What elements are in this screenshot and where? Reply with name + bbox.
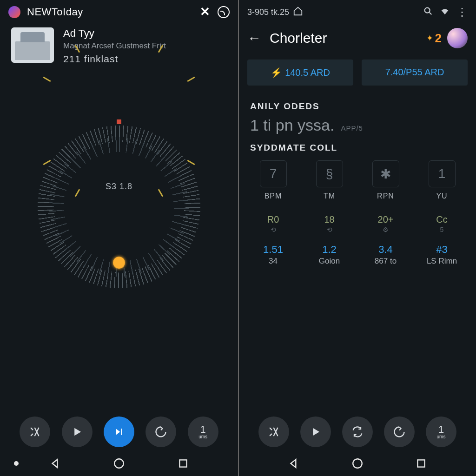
stat-label: YU [416,192,468,200]
timer-value: 1 [200,424,206,435]
nav-back-button[interactable] [46,455,64,472]
nav-recents-button[interactable] [174,455,192,472]
svg-rect-1 [179,460,186,467]
home-status-icon [293,6,303,19]
stat-box: 7 [260,160,287,187]
repeat-button[interactable] [145,416,176,447]
stat-rpn[interactable]: ✱ RPN [360,160,411,200]
stat-label: TM [304,192,355,200]
pill-primary[interactable]: ⚡140.5 ARD [247,60,353,86]
more-icon[interactable]: ⋮ [456,6,468,19]
header-badge: 2 [435,31,442,46]
section-syddmate: SYDDMATE COLL [239,136,476,155]
playback-controls: 1 ums [0,416,238,447]
stat-tm[interactable]: § TM [304,160,355,200]
cell[interactable]: 1.2Goion [304,244,355,266]
play-button[interactable] [62,416,93,447]
stat-yu[interactable]: 1 YU [416,160,468,200]
section-heading-2: SYDDMATE COLL [250,143,465,153]
avatar[interactable] [447,28,468,48]
now-playing-card[interactable]: Ad Tyy Magnat Arcsef Gustmest Frirt 211 … [0,21,238,71]
section-value: 1 ti pn yssa. [250,116,334,134]
screen-left: NEWToIday ✕ Ad Tyy Magnat Arcsef Gustmes… [0,0,238,476]
shuffle-button[interactable] [258,416,289,447]
svg-rect-4 [417,460,424,467]
stat-bpm[interactable]: 7 BPM [247,160,299,200]
screen-right: 3-905 tk.25 ⋮ ← Chorleter ✦ 2 ⚡140.5 ARD… [238,0,476,476]
back-arrow-icon[interactable]: ← [247,30,261,46]
left-status-bar: NEWToIday ✕ [0,0,238,21]
page-title: Chorleter [270,30,426,46]
repeat-button[interactable] [384,416,415,447]
status-time: 3-905 tk.25 [247,7,289,17]
close-icon[interactable]: ✕ [200,5,210,19]
dial-center-label: S3 1.8 [106,181,132,191]
section-heading: ANILY ODEDS [250,101,465,112]
cell[interactable]: Cc5 [416,214,468,233]
pill-primary-label: 140.5 ARD [285,67,330,78]
star-icon: ✦ [426,33,433,43]
pill-row: ⚡140.5 ARD 7.40/P55 ARD [239,55,476,95]
bolt-icon: ⚡ [271,67,282,78]
stat-box: 1 [429,160,456,187]
left-status-title: NEWToIday [27,6,83,18]
cast-icon[interactable] [218,6,230,18]
timer-button[interactable]: 1 ums [188,416,218,447]
right-system-nav [239,451,476,476]
data-row-2: R0⟲ 18⟲ 20+⚙ Cc5 [239,206,476,235]
timer-value: 1 [438,424,444,435]
play-button[interactable] [300,416,331,447]
cell[interactable]: 1.5134 [247,244,299,266]
pill-secondary-label: 7.40/P55 ARD [385,67,444,77]
left-system-nav [0,451,238,476]
stat-row: 7 BPM § TM ✱ RPN 1 YU [239,155,476,206]
cell[interactable]: R0⟲ [247,214,299,233]
shuffle-button[interactable] [20,416,50,447]
cell[interactable]: 18⟲ [304,214,355,233]
timer-unit: ums [198,435,207,439]
stat-box: ✱ [372,160,399,187]
sync-button[interactable] [342,416,373,447]
stat-box: § [316,160,343,187]
svg-point-0 [114,459,124,468]
stat-label: BPM [247,192,299,200]
nav-back-button[interactable] [285,455,303,472]
skip-button[interactable] [104,416,134,447]
sun-icon [113,257,125,269]
section-anily: ANILY ODEDS 1 ti pn yssa. APP/5 [239,95,476,136]
dial-marker-icon [117,119,121,124]
svg-point-2 [425,7,430,13]
timer-button[interactable]: 1 ums [426,416,456,447]
cell[interactable]: 20+⚙ [360,214,411,233]
stat-label: RPN [360,192,411,200]
wifi-icon [440,6,450,19]
search-icon[interactable] [423,6,433,19]
page-header: ← Chorleter ✦ 2 [239,21,476,55]
section-tag: APP/5 [341,124,363,132]
nav-home-button[interactable] [110,455,128,472]
cell[interactable]: 3.4867 to [360,244,411,266]
svg-point-3 [353,459,362,468]
timer-unit: ums [437,435,446,439]
pill-secondary[interactable]: 7.40/P55 ARD [362,60,468,86]
nav-recents-button[interactable] [412,455,430,472]
playback-controls-right: 1 ums [239,416,476,447]
album-art-icon [11,27,54,63]
card-meta: 211 finklast [63,53,166,65]
cell[interactable]: #3LS Rimn [416,244,468,266]
app-logo-icon [8,6,20,18]
data-row-3: 1.5134 1.2Goion 3.4867 to #3LS Rimn [239,235,476,268]
tuning-dial[interactable]: S3 1.8 [0,121,238,293]
card-title: Ad Tyy [63,27,166,40]
right-status-bar: 3-905 tk.25 ⋮ [239,0,476,21]
nav-home-button[interactable] [349,455,366,472]
